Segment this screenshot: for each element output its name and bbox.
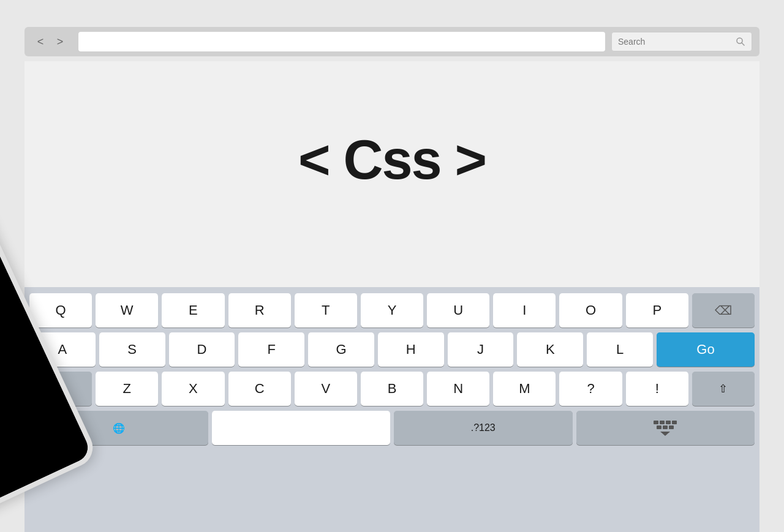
css-headline: < Css > (24, 129, 760, 192)
key-exclaim[interactable]: ! (626, 372, 688, 406)
key-r[interactable]: R (228, 293, 291, 328)
key-w[interactable]: W (96, 293, 158, 328)
keyboard-hide-icon (654, 421, 677, 436)
nav-buttons: < > (32, 33, 69, 50)
phone-body (0, 202, 99, 519)
key-v[interactable]: V (295, 372, 357, 406)
key-l[interactable]: L (587, 332, 653, 367)
shift-right-icon: ⇧ (718, 382, 728, 395)
key-k[interactable]: K (517, 332, 583, 367)
key-j[interactable]: J (448, 332, 514, 367)
num-key[interactable]: .?123 (394, 411, 573, 445)
svg-line-1 (742, 43, 744, 45)
key-b[interactable]: B (361, 372, 423, 406)
key-e[interactable]: E (162, 293, 224, 328)
key-t[interactable]: T (295, 293, 357, 328)
key-i[interactable]: I (493, 293, 556, 328)
shift-right-key[interactable]: ⇧ (692, 372, 755, 406)
keyboard-row-2: A S D F G H J K L Go (29, 332, 755, 367)
key-x[interactable]: X (162, 372, 224, 406)
keyboard-row-1: Q W E R T Y U I O P ⌫ (29, 293, 755, 328)
keyboard-hide-key[interactable] (576, 411, 755, 445)
key-m[interactable]: M (493, 372, 556, 406)
key-u[interactable]: U (427, 293, 489, 328)
search-icon (736, 37, 745, 47)
go-button[interactable]: Go (657, 332, 755, 367)
spacebar[interactable] (212, 411, 391, 445)
phone-screen (0, 208, 92, 512)
url-bar[interactable] (78, 32, 605, 51)
key-f[interactable]: F (238, 332, 304, 367)
key-n[interactable]: N (427, 372, 489, 406)
key-g[interactable]: G (308, 332, 374, 367)
browser-toolbar: < > (24, 27, 760, 56)
key-c[interactable]: C (228, 372, 291, 406)
backspace-icon: ⌫ (715, 303, 732, 318)
forward-button[interactable]: > (51, 33, 69, 50)
key-o[interactable]: O (559, 293, 622, 328)
key-p[interactable]: P (626, 293, 688, 328)
key-h[interactable]: H (378, 332, 444, 367)
keyboard-row-3: ⇧ Z X C V B N M ? ! ⇧ (29, 372, 755, 406)
key-question[interactable]: ? (559, 372, 622, 406)
content-area: < Css > Q W E R T Y U I O P ⌫ A S (24, 61, 760, 532)
backspace-key[interactable]: ⌫ (692, 293, 755, 328)
key-s[interactable]: S (99, 332, 165, 367)
key-d[interactable]: D (169, 332, 235, 367)
key-y[interactable]: Y (361, 293, 423, 328)
num-key-label: .?123 (471, 422, 496, 433)
search-box (611, 32, 752, 51)
search-input[interactable] (618, 37, 731, 47)
back-button[interactable]: < (32, 33, 49, 50)
